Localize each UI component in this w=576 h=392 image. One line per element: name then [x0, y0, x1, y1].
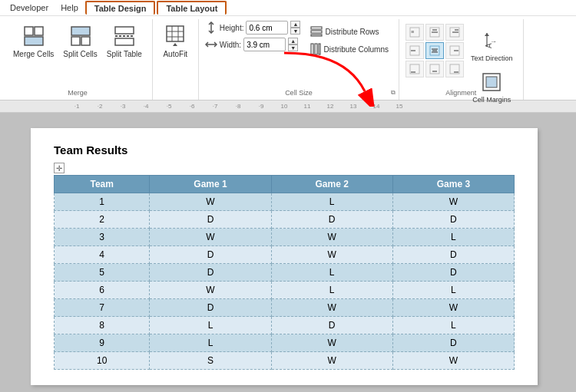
text-direction-button[interactable]: A → Text Direction	[467, 25, 517, 65]
table-cell[interactable]: 10	[55, 352, 150, 370]
table-cell[interactable]: L	[150, 334, 271, 352]
table-cell[interactable]: L	[392, 317, 514, 334]
merge-cells-button[interactable]: Merge Cells	[9, 21, 58, 61]
table-cell[interactable]: D	[271, 211, 392, 229]
height-down[interactable]: ▼	[290, 28, 300, 35]
table-cell[interactable]: L	[271, 264, 392, 282]
align-middle-center[interactable]	[425, 42, 444, 59]
table-cell[interactable]: W	[271, 334, 392, 352]
align-top-center[interactable]	[425, 24, 444, 41]
autofit-label: AutoFit	[163, 50, 187, 58]
table-cell[interactable]: L	[392, 229, 514, 246]
distribute-group: Distribute Rows Distribute Columns	[306, 21, 392, 58]
distribute-columns-button[interactable]: Distribute Columns	[306, 41, 392, 58]
table-cell[interactable]: 4	[55, 246, 150, 264]
table-cell[interactable]: D	[150, 264, 271, 282]
table-cell[interactable]: D	[392, 334, 514, 352]
autofit-buttons: AutoFit	[159, 21, 191, 98]
document-area: Team Results ✛ Team Game 1 Game 2 Game 3	[0, 113, 576, 392]
cell-size-expand-icon[interactable]: ⧉	[391, 89, 396, 97]
app-window: Developer Help Table Design Table Layout	[0, 0, 576, 392]
table-row: 9LWD	[55, 334, 515, 352]
table-cell[interactable]: D	[150, 246, 271, 264]
align-middle-left[interactable]	[406, 42, 424, 59]
width-label: Width:	[220, 41, 241, 49]
col-header-team: Team	[55, 176, 150, 193]
table-move-handle[interactable]: ✛	[54, 163, 65, 173]
table-cell[interactable]: W	[150, 193, 271, 211]
document-page: Team Results ✛ Team Game 1 Game 2 Game 3	[31, 128, 538, 385]
table-row: 8LDL	[55, 317, 515, 334]
table-row: 2DDD	[55, 211, 515, 229]
align-top-left[interactable]: ≡	[406, 24, 424, 41]
width-spinner[interactable]: ▲ ▼	[288, 38, 298, 51]
split-cells-icon	[68, 24, 93, 48]
table-cell[interactable]: 5	[55, 264, 150, 282]
table-cell[interactable]: 1	[55, 193, 150, 211]
table-cell[interactable]: L	[271, 193, 392, 211]
svg-rect-41	[430, 64, 439, 74]
data-table: Team Game 1 Game 2 Game 3 1WLW2DDD3WWL4D…	[54, 175, 515, 370]
cell-margins-button[interactable]: Cell Margins	[467, 67, 517, 107]
table-cell[interactable]: W	[271, 299, 392, 317]
table-cell[interactable]: W	[150, 282, 271, 299]
height-icon	[205, 21, 217, 34]
table-cell[interactable]: L	[150, 317, 271, 334]
align-top-right[interactable]	[445, 24, 464, 41]
split-table-button[interactable]: Split Table	[103, 21, 146, 61]
align-bottom-right[interactable]	[445, 61, 464, 77]
table-row: 3WWL	[55, 229, 515, 246]
alignment-grid: ≡	[406, 24, 464, 77]
table-cell[interactable]: W	[392, 193, 514, 211]
width-up[interactable]: ▲	[288, 38, 298, 44]
table-cell[interactable]: W	[271, 246, 392, 264]
table-cell[interactable]: L	[271, 282, 392, 299]
table-cell[interactable]: W	[392, 352, 514, 370]
width-input[interactable]	[243, 38, 286, 51]
split-table-icon	[112, 24, 137, 48]
table-cell[interactable]: D	[150, 299, 271, 317]
align-bottom-left[interactable]	[406, 61, 424, 77]
table-cell[interactable]: 8	[55, 317, 150, 334]
height-up[interactable]: ▲	[290, 21, 300, 28]
width-icon	[205, 38, 217, 51]
table-cell[interactable]: D	[150, 211, 271, 229]
ruler-mark: ·6	[180, 103, 204, 110]
table-cell[interactable]: W	[392, 299, 514, 317]
align-bottom-center[interactable]	[425, 61, 444, 77]
table-cell[interactable]: 9	[55, 334, 150, 352]
table-cell[interactable]: S	[150, 352, 271, 370]
align-middle-right[interactable]	[445, 42, 464, 59]
table-cell[interactable]: D	[392, 264, 514, 282]
table-cell[interactable]: D	[392, 246, 514, 264]
ruler-mark: 14	[365, 103, 388, 110]
autofit-icon	[163, 24, 187, 48]
width-down[interactable]: ▼	[288, 44, 298, 51]
split-cells-button[interactable]: Split Cells	[59, 21, 101, 61]
menu-table-layout[interactable]: Table Layout	[157, 1, 227, 15]
table-cell[interactable]: 7	[55, 299, 150, 317]
height-spinner[interactable]: ▲ ▼	[290, 21, 300, 35]
table-cell[interactable]: 6	[55, 282, 150, 299]
menu-developer[interactable]: Developer	[5, 2, 54, 14]
table-cell[interactable]: D	[271, 317, 392, 334]
table-row: 6WLL	[55, 282, 515, 299]
table-header-row: Team Game 1 Game 2 Game 3	[55, 176, 515, 193]
menu-table-design[interactable]: Table Design	[85, 1, 156, 15]
table-cell[interactable]: W	[271, 352, 392, 370]
menu-help[interactable]: Help	[55, 2, 84, 14]
distribute-rows-button[interactable]: Distribute Rows	[306, 24, 392, 39]
table-row: 1WLW	[55, 193, 515, 211]
table-cell[interactable]: D	[392, 211, 514, 229]
autofit-button[interactable]: AutoFit	[159, 21, 191, 61]
table-row: 5DLD	[55, 264, 515, 282]
table-cell[interactable]: W	[271, 229, 392, 246]
ruler-mark: ·1	[65, 103, 88, 110]
table-title: Team Results	[54, 143, 515, 156]
height-input[interactable]	[246, 21, 288, 35]
table-cell[interactable]: L	[392, 282, 514, 299]
table-cell[interactable]: W	[150, 229, 271, 246]
table-cell[interactable]: 3	[55, 229, 150, 246]
merge-group: Merge Cells Split Cells	[3, 19, 153, 100]
table-cell[interactable]: 2	[55, 211, 150, 229]
